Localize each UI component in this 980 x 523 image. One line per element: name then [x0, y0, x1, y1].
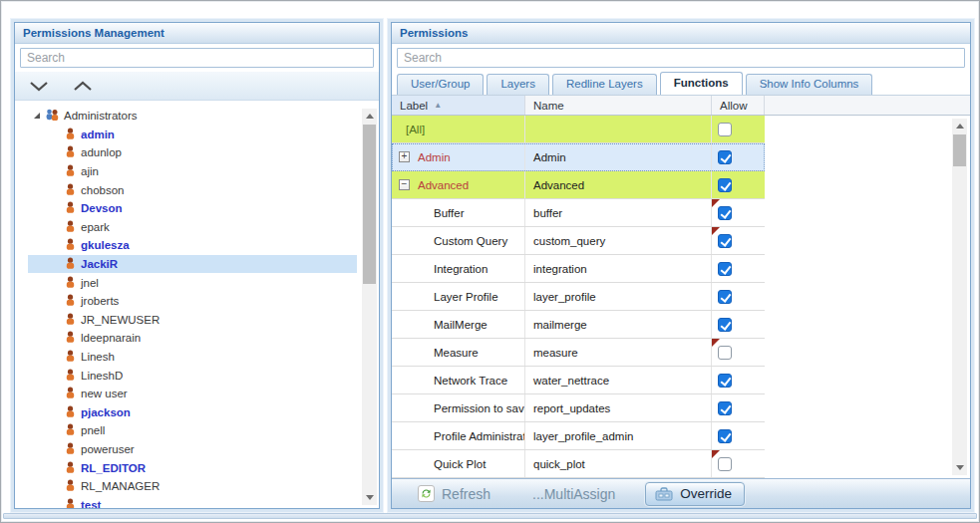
tree-item-label: poweruser — [81, 443, 135, 455]
table-row[interactable]: Bufferbuffer — [392, 199, 765, 227]
scroll-down-icon[interactable] — [366, 495, 374, 500]
user-icon — [64, 350, 77, 364]
tab-layers[interactable]: Layers — [487, 74, 549, 95]
tree-item-user[interactable]: JR_NEWUSER — [28, 311, 357, 330]
expand-icon[interactable]: + — [399, 151, 410, 162]
tree-item-label: JackiR — [81, 258, 118, 270]
table-row[interactable]: Permission to save chanreport_updates — [392, 394, 765, 422]
name-cell: layer_profile — [525, 283, 712, 310]
tree-item-user[interactable]: epark — [28, 218, 357, 237]
tab-user-group[interactable]: User/Group — [397, 74, 484, 95]
allow-checkbox[interactable] — [718, 346, 732, 360]
label-cell: Custom Query — [392, 227, 525, 254]
user-icon — [64, 201, 77, 215]
sort-asc-icon: ▲ — [434, 101, 442, 110]
table-row[interactable]: [All] — [392, 116, 765, 143]
allow-checkbox[interactable] — [718, 178, 732, 192]
tree-item-user[interactable]: jroberts — [28, 292, 357, 311]
tree-item-user[interactable]: adunlop — [28, 143, 357, 162]
chevron-up-icon[interactable] — [71, 79, 95, 94]
allow-checkbox[interactable] — [718, 401, 732, 415]
refresh-icon — [418, 485, 435, 502]
tree-item-user[interactable]: Devson — [28, 199, 357, 218]
left-search-input[interactable] — [20, 48, 374, 68]
tree-item-user[interactable]: gkulesza — [28, 236, 357, 255]
tree-scrollbar[interactable] — [362, 109, 377, 505]
tree-user-list: adminadunlopajinchobsonDevsoneparkgkules… — [28, 126, 379, 508]
column-header-label[interactable]: Label ▲ — [392, 96, 525, 115]
scroll-up-icon[interactable] — [956, 124, 964, 129]
tree-item-user[interactable]: ldeepnarain — [28, 329, 357, 348]
tree-item-user[interactable]: admin — [28, 126, 357, 144]
tree-item-administrators[interactable]: Administrators — [28, 107, 357, 126]
name-cell: custom_query — [525, 227, 712, 254]
tree-item-user[interactable]: chobson — [28, 180, 357, 199]
scroll-down-icon[interactable] — [956, 465, 964, 470]
expanded-triangle-icon[interactable] — [34, 113, 40, 119]
allow-checkbox[interactable] — [718, 234, 732, 248]
name-cell: Admin — [525, 143, 712, 170]
allow-checkbox[interactable] — [718, 429, 732, 443]
row-label: Buffer — [434, 207, 464, 219]
briefcase-icon — [655, 487, 673, 501]
tree-item-user[interactable]: jnel — [28, 273, 357, 292]
tree-item-user[interactable]: JackiR — [28, 255, 357, 274]
allow-checkbox[interactable] — [718, 150, 732, 164]
collapse-icon[interactable]: − — [399, 179, 410, 190]
right-panel-title: Permissions — [392, 23, 970, 44]
table-row[interactable]: Quick Plotquick_plot — [392, 450, 765, 478]
label-cell: Measure — [392, 339, 525, 366]
user-icon — [64, 276, 77, 290]
tree-item-user[interactable]: Linesh — [28, 348, 357, 367]
tab-redline-layers[interactable]: Redline Layers — [552, 74, 657, 95]
table-row[interactable]: +AdminAdmin — [392, 143, 765, 171]
tree-item-user[interactable]: pjackson — [28, 403, 357, 422]
scrollbar-thumb[interactable] — [953, 134, 966, 166]
tree-item-user[interactable]: new user — [28, 385, 357, 403]
allow-checkbox[interactable] — [718, 457, 732, 471]
table-row[interactable]: Measuremeasure — [392, 339, 765, 367]
scrollbar-thumb[interactable] — [363, 125, 376, 284]
table-scrollbar[interactable] — [952, 119, 967, 475]
table-row[interactable]: Layer Profilelayer_profile — [392, 283, 765, 311]
table-row[interactable]: Custom Querycustom_query — [392, 227, 765, 255]
tree-item-user[interactable]: RL_EDITOR — [28, 458, 357, 477]
allow-checkbox[interactable] — [718, 262, 732, 276]
allow-checkbox[interactable] — [718, 206, 732, 220]
tab-functions[interactable]: Functions — [660, 72, 743, 95]
allow-checkbox[interactable] — [718, 290, 732, 304]
label-cell: Buffer — [392, 199, 525, 226]
allow-cell — [712, 450, 765, 477]
tree-item-user[interactable]: ajin — [28, 162, 357, 181]
allow-checkbox[interactable] — [718, 374, 732, 388]
allow-checkbox[interactable] — [718, 123, 732, 136]
name-cell: integration — [525, 255, 712, 282]
row-label: Integration — [434, 263, 488, 275]
tree-item-user[interactable]: RL_MANAGER — [28, 477, 357, 496]
label-cell: Quick Plot — [392, 450, 525, 477]
table-row[interactable]: Profile Administrationlayer_profile_admi… — [392, 422, 765, 450]
allow-checkbox[interactable] — [718, 318, 732, 332]
tab-show-info-columns[interactable]: Show Info Columns — [746, 74, 873, 95]
multiassign-button[interactable]: ...MultiAssign — [532, 486, 615, 502]
table-row[interactable]: Network Tracewater_nettrace — [392, 367, 765, 394]
name-cell: report_updates — [525, 394, 712, 421]
user-icon — [64, 257, 77, 271]
table-row[interactable]: Integrationintegration — [392, 255, 765, 283]
scroll-up-icon[interactable] — [366, 114, 374, 119]
allow-cell — [712, 143, 765, 170]
override-button[interactable]: Override — [645, 482, 745, 506]
column-header-allow[interactable]: Allow — [712, 96, 765, 115]
chevron-down-icon[interactable] — [27, 79, 51, 94]
refresh-button[interactable]: Refresh — [418, 485, 490, 502]
tree-item-user[interactable]: poweruser — [28, 440, 357, 459]
right-search-input[interactable] — [397, 48, 965, 68]
column-header-name[interactable]: Name — [525, 96, 712, 115]
table-row[interactable]: MailMergemailmerge — [392, 311, 765, 339]
tree-item-user[interactable]: LineshD — [28, 366, 357, 385]
tree-item-user[interactable]: test — [28, 495, 357, 508]
row-label: Custom Query — [434, 235, 507, 247]
tree-item-user[interactable]: pnell — [28, 421, 357, 440]
table-row[interactable]: −AdvancedAdvanced — [392, 171, 765, 199]
row-label: Permission to save chan — [434, 402, 525, 414]
